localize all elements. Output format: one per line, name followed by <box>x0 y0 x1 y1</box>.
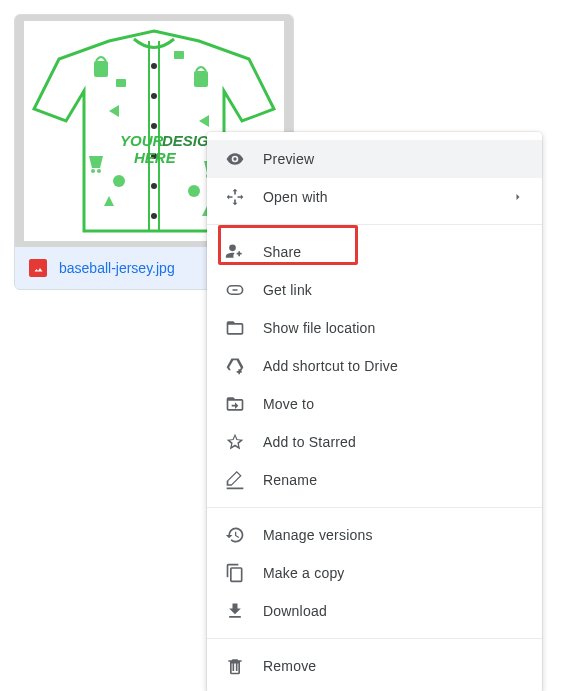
menu-label: Make a copy <box>263 565 524 581</box>
menu-item-open-with[interactable]: Open with <box>207 178 542 216</box>
menu-divider <box>207 638 542 639</box>
menu-label: Manage versions <box>263 527 524 543</box>
menu-item-manage-versions[interactable]: Manage versions <box>207 516 542 554</box>
drive-shortcut-icon <box>225 356 245 376</box>
svg-text:HERE: HERE <box>134 149 177 166</box>
menu-item-download[interactable]: Download <box>207 592 542 630</box>
move-to-icon <box>225 394 245 414</box>
svg-rect-8 <box>194 71 208 87</box>
trash-icon <box>225 656 245 676</box>
eye-icon <box>225 149 245 169</box>
svg-rect-14 <box>116 79 126 87</box>
link-icon <box>225 280 245 300</box>
menu-item-move-to[interactable]: Move to <box>207 385 542 423</box>
menu-divider <box>207 224 542 225</box>
svg-rect-7 <box>94 61 108 77</box>
folder-icon <box>225 318 245 338</box>
menu-item-make-copy[interactable]: Make a copy <box>207 554 542 592</box>
menu-label: Add to Starred <box>263 434 524 450</box>
context-menu: Preview Open with Share Get link Show fi… <box>207 132 542 691</box>
svg-point-2 <box>151 93 157 99</box>
menu-label: Share <box>263 244 524 260</box>
menu-label: Get link <box>263 282 524 298</box>
menu-item-rename[interactable]: Rename <box>207 461 542 499</box>
share-icon <box>225 242 245 262</box>
chevron-right-icon <box>512 191 524 203</box>
menu-item-add-shortcut[interactable]: Add shortcut to Drive <box>207 347 542 385</box>
menu-label: Preview <box>263 151 524 167</box>
menu-item-preview[interactable]: Preview <box>207 140 542 178</box>
menu-item-add-starred[interactable]: Add to Starred <box>207 423 542 461</box>
svg-point-1 <box>151 63 157 69</box>
svg-point-5 <box>151 183 157 189</box>
file-name: baseball-jersey.jpg <box>59 260 175 276</box>
open-with-icon <box>225 187 245 207</box>
svg-text:YOUR: YOUR <box>120 132 164 149</box>
svg-point-15 <box>91 169 95 173</box>
menu-label: Rename <box>263 472 524 488</box>
rename-icon <box>225 470 245 490</box>
svg-point-10 <box>188 185 200 197</box>
menu-label: Download <box>263 603 524 619</box>
image-file-icon <box>29 259 47 277</box>
menu-label: Show file location <box>263 320 524 336</box>
menu-label: Move to <box>263 396 524 412</box>
menu-label: Remove <box>263 658 524 674</box>
menu-item-remove[interactable]: Remove <box>207 647 542 685</box>
history-icon <box>225 525 245 545</box>
svg-rect-13 <box>174 51 184 59</box>
menu-item-get-link[interactable]: Get link <box>207 271 542 309</box>
menu-divider <box>207 507 542 508</box>
menu-item-show-file-location[interactable]: Show file location <box>207 309 542 347</box>
svg-point-3 <box>151 123 157 129</box>
svg-point-9 <box>113 175 125 187</box>
download-icon <box>225 601 245 621</box>
svg-point-6 <box>151 213 157 219</box>
menu-label: Open with <box>263 189 512 205</box>
star-icon <box>225 432 245 452</box>
menu-item-share[interactable]: Share <box>207 233 542 271</box>
svg-point-16 <box>97 169 101 173</box>
copy-icon <box>225 563 245 583</box>
menu-label: Add shortcut to Drive <box>263 358 524 374</box>
